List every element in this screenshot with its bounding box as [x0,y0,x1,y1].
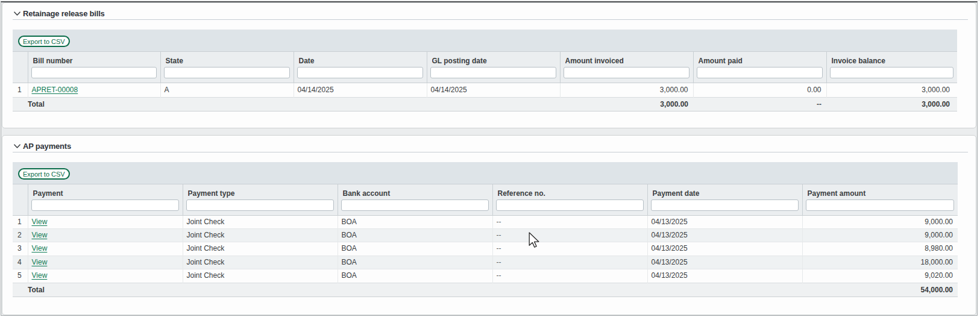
chevron-down-icon[interactable] [14,144,20,149]
section-ap-payments: AP payments Export to CSV PaymentPayment… [2,135,976,315]
section-header: Retainage release bills [13,3,968,19]
filter-input-state[interactable] [164,67,290,78]
header-row: Bill numberStateDateGL posting dateAmoun… [13,52,957,83]
cell-payment-type: Joint Check [183,215,338,228]
cell-payment: View [28,269,183,283]
column-label: Amount paid [699,57,821,66]
header-row: PaymentPayment typeBank accountReference… [13,184,958,215]
total-cell [492,283,647,297]
ap-payments-link[interactable]: View [32,258,48,266]
column-header-amount-paid: Amount paid [693,52,826,83]
column-header-state: State [160,52,294,83]
export-to-csv-button[interactable]: Export to CSV [18,36,70,47]
filter-input-invoice-balance[interactable] [830,67,954,78]
cell-payment-type: Joint Check [183,228,338,242]
total-cell: 54,000.00 [802,283,958,297]
export-to-csv-button[interactable]: Export to CSV [18,168,70,180]
column-header-payment-date: Payment date [647,184,802,215]
filter-input-amount-paid[interactable] [697,67,823,78]
filter-input-payment-date[interactable] [651,199,799,211]
column-label: State [166,57,289,66]
cell-invoice-balance: 3,000.00 [826,83,957,98]
row-number: 1 [13,83,28,98]
total-cell: 3,000.00 [560,98,693,111]
content-frame: Retainage release bills Export to CSV Bi… [1,1,978,316]
empty-value-dashes: -- [497,258,501,266]
column-label: Payment date [653,189,797,198]
cell-amount-invoiced: 3,000.00 [560,83,693,98]
cell-payment-date: 04/13/2025 [647,256,802,269]
row-number: 2 [13,228,28,242]
empty-value-dashes: -- [497,244,501,253]
total-cell [160,98,294,111]
column-label: Reference no. [498,189,642,198]
retainage-release-bills-table: Bill numberStateDateGL posting dateAmoun… [13,52,957,111]
total-cell [647,283,802,297]
cell-reference-no-: -- [492,242,647,256]
total-cell: 3,000.00 [826,98,957,111]
column-label: Payment [33,189,178,198]
section-title: Retainage release bills [23,9,105,18]
column-label: Amount invoiced [565,57,688,66]
cell-gl-posting-date: 04/14/2025 [427,83,560,98]
cell-reference-no-: -- [492,269,647,283]
cell-payment-date: 04/13/2025 [647,269,802,283]
table-row: 1APRET-00008A04/14/202504/14/20253,000.0… [13,83,957,98]
cell-bank-account: BOA [338,242,492,256]
total-label: Total [28,283,183,297]
cell-amount-paid: 0.00 [693,83,826,98]
section-divider [13,152,968,152]
cell-payment-date: 04/13/2025 [647,228,802,242]
table-toolbar: Export to CSV [13,162,958,184]
table-row: 3ViewJoint CheckBOA--04/13/20258,980.00 [13,242,958,256]
filter-input-payment-type[interactable] [186,199,334,211]
cell-payment: View [28,256,183,269]
filter-input-bill-number[interactable] [31,67,157,78]
table-row: 4ViewJoint CheckBOA--04/13/202518,000.00 [13,256,958,269]
total-cell [427,98,560,111]
empty-value-dashes: -- [497,231,501,239]
section-title: AP payments [23,142,71,151]
chevron-down-icon[interactable] [14,11,20,16]
filter-input-amount-invoiced[interactable] [564,67,689,78]
cell-reference-no-: -- [492,215,647,228]
total-cell: -- [693,98,826,111]
cell-state: A [160,83,294,98]
cell-reference-no-: -- [492,256,647,269]
filter-input-bank-account[interactable] [341,199,489,211]
total-row: Total3,000.00--3,000.00 [13,98,957,111]
ap-payments-link[interactable]: View [32,218,48,226]
cell-payment-amount: 18,000.00 [802,256,958,269]
cell-payment: View [28,215,183,228]
column-label: Bank account [343,189,488,198]
cell-payment-type: Joint Check [183,269,338,283]
filter-input-reference-no-[interactable] [496,199,644,211]
cell-payment-type: Joint Check [183,256,338,269]
cell-payment-amount: 8,980.00 [802,242,958,256]
column-header-date: Date [294,52,427,83]
filter-input-gl-posting-date[interactable] [430,67,556,78]
ap-payments-link[interactable]: View [32,271,48,280]
cell-payment-amount: 9,000.00 [802,228,958,242]
row-number: 4 [13,256,28,269]
column-header-payment-type: Payment type [183,184,338,215]
filter-input-payment[interactable] [31,199,179,211]
total-row-number-cell [13,98,28,111]
filter-input-payment-amount[interactable] [806,199,955,211]
filter-input-date[interactable] [297,67,423,78]
cell-payment-date: 04/13/2025 [647,242,802,256]
ap-payments-link[interactable]: View [32,231,48,239]
section-retainage-release-bills: Retainage release bills Export to CSV Bi… [2,2,976,128]
cell-payment-amount: 9,020.00 [802,269,958,283]
cell-payment-type: Joint Check [183,242,338,256]
ap-payments-table-wrap: Export to CSV PaymentPayment typeBank ac… [13,162,958,297]
total-label: Total [28,98,160,111]
cell-payment-date: 04/13/2025 [647,215,802,228]
column-header-gl-posting-date: GL posting date [427,52,560,83]
table-row: 2ViewJoint CheckBOA--04/13/20259,000.00 [13,228,958,242]
cell-bank-account: BOA [338,215,492,228]
retainage-release-bills-link[interactable]: APRET-00008 [32,86,78,94]
ap-payments-link[interactable]: View [32,244,48,253]
total-cell [294,98,427,111]
row-number: 1 [13,215,28,228]
